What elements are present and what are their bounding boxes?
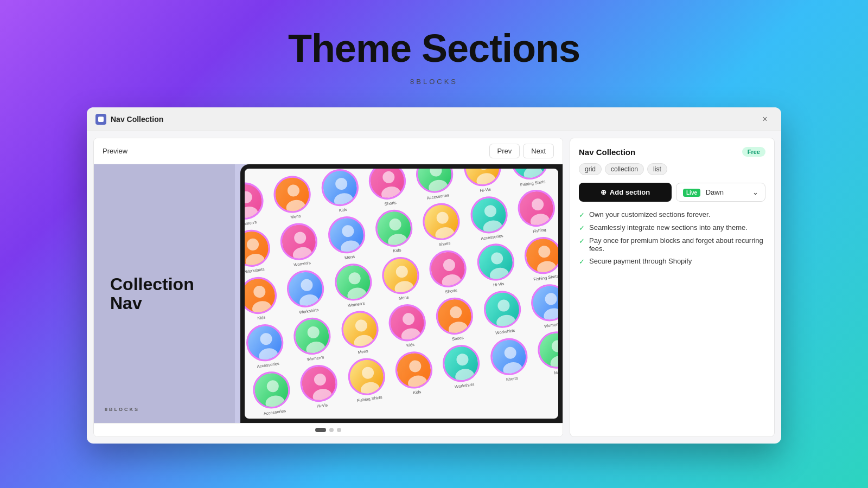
svg-point-54: [544, 292, 558, 306]
circle-label: Women's: [347, 301, 365, 307]
theme-selector[interactable]: Live Dawn ⌄: [676, 183, 765, 202]
page-subtitle: 8BLOCKS: [288, 78, 580, 86]
preview-device: Women'sMensKidsShortsAccessoriesHi-VisFi…: [240, 164, 563, 423]
circle-item: Fishing: [512, 187, 558, 235]
svg-point-32: [348, 272, 361, 285]
circle-item: Kids: [390, 349, 439, 397]
circle-avatar: [386, 302, 428, 344]
check-icon: ✓: [579, 258, 585, 266]
circle-label: Mens: [358, 349, 368, 354]
app-icon: [95, 114, 106, 125]
titlebar-left: Nav Collection: [95, 114, 163, 125]
circle-item: Accessories: [245, 322, 290, 370]
circle-item: Women's: [329, 261, 378, 309]
circle-avatar: [393, 349, 435, 391]
circle-item: Hi-Vis: [458, 169, 507, 195]
dot-3[interactable]: [337, 428, 341, 432]
circle-item: Kids: [316, 169, 365, 215]
svg-point-55: [542, 307, 558, 324]
svg-point-22: [436, 211, 450, 224]
circle-avatar: [373, 208, 415, 249]
svg-point-21: [387, 233, 409, 249]
prev-button[interactable]: Prev: [489, 144, 520, 158]
tag: list: [647, 163, 667, 175]
circle-item: Workshirts: [282, 268, 330, 316]
circle-label: Kids: [393, 248, 401, 253]
circle-item: Workshirts: [478, 288, 527, 337]
svg-point-28: [253, 285, 266, 299]
circle-avatar: [346, 356, 387, 397]
svg-point-63: [407, 375, 428, 391]
preview-label: Preview: [103, 147, 127, 155]
svg-point-27: [529, 213, 551, 229]
circle-label: Workshirts: [455, 382, 475, 389]
svg-point-56: [266, 380, 280, 393]
circle-label: Workshirts: [299, 307, 319, 314]
svg-point-6: [382, 171, 395, 184]
circle-avatar: [245, 275, 279, 317]
svg-point-26: [531, 198, 544, 211]
circle-label: Shoes: [438, 241, 451, 247]
svg-point-1: [245, 206, 259, 222]
circle-label: Fishing Shirts: [533, 274, 558, 281]
circle-label: Workshirts: [495, 328, 515, 335]
circle-avatar: [529, 282, 558, 324]
svg-point-40: [538, 245, 551, 259]
circle-item: Kids: [245, 274, 283, 323]
add-section-button[interactable]: ⊕ Add section: [579, 183, 672, 202]
circle-item: Hi-Vis: [295, 362, 344, 410]
svg-point-52: [497, 299, 510, 312]
circle-avatar: [522, 235, 558, 277]
circle-avatar: [441, 343, 482, 384]
circle-label: Mens: [344, 254, 355, 260]
svg-point-29: [251, 300, 272, 317]
svg-point-20: [388, 218, 402, 232]
feature-item: ✓Pay once for premium blocks and forget …: [579, 236, 765, 253]
circle-avatar: [434, 296, 476, 337]
circle-avatar: [420, 201, 462, 242]
add-icon: ⊕: [601, 188, 607, 196]
circle-item: Fishing Shirts: [506, 169, 554, 188]
circle-avatar: [298, 363, 340, 404]
feature-item: ✓Own your customized sections forever.: [579, 210, 765, 219]
dot-2[interactable]: [329, 428, 334, 432]
circle-label: Kids: [406, 342, 414, 348]
circle-item: Women's: [289, 315, 337, 363]
circles-grid: Women'sMensKidsShortsAccessoriesHi-VisFi…: [245, 169, 558, 419]
circle-avatar: [380, 255, 422, 297]
svg-point-62: [409, 359, 422, 373]
svg-point-19: [340, 239, 361, 256]
circle-label: Hi-Vis: [493, 281, 504, 287]
svg-point-16: [293, 231, 307, 245]
circle-label: Accessories: [426, 193, 449, 200]
free-badge: Free: [742, 147, 765, 157]
svg-point-68: [551, 339, 558, 353]
right-panel: Nav Collection Free gridcollectionlist ⊕…: [570, 131, 781, 444]
circle-avatar: [468, 194, 510, 236]
circle-item: Mens: [376, 254, 425, 303]
circle-item: Shoes: [418, 201, 467, 249]
circle-avatar: [475, 241, 516, 283]
preview-content: CollectionNav 8BLOCKS Women'sMensKidsSho…: [94, 164, 563, 423]
svg-point-66: [503, 346, 517, 360]
circle-item: Shorts: [424, 248, 473, 296]
close-button[interactable]: ×: [757, 112, 773, 127]
circle-avatar: [535, 329, 558, 371]
svg-point-24: [483, 204, 497, 218]
svg-point-30: [300, 278, 314, 292]
svg-point-8: [429, 169, 443, 177]
svg-point-44: [307, 326, 321, 339]
next-button[interactable]: Next: [523, 144, 554, 158]
preview-nav-buttons: Prev Next: [489, 144, 554, 158]
circle-avatar: [291, 316, 333, 357]
modal-titlebar: Nav Collection ×: [87, 107, 781, 131]
preview-header: Preview Prev Next: [94, 138, 563, 164]
svg-point-23: [435, 226, 456, 243]
feature-text: Secure payment through Shopify: [589, 257, 692, 265]
circle-label: Shorts: [384, 200, 397, 206]
collection-title: CollectionNav: [110, 275, 219, 313]
dot-1[interactable]: [315, 428, 326, 432]
circle-avatar: [285, 268, 327, 310]
circle-avatar: [319, 169, 361, 209]
circle-label: Kids: [339, 207, 347, 213]
